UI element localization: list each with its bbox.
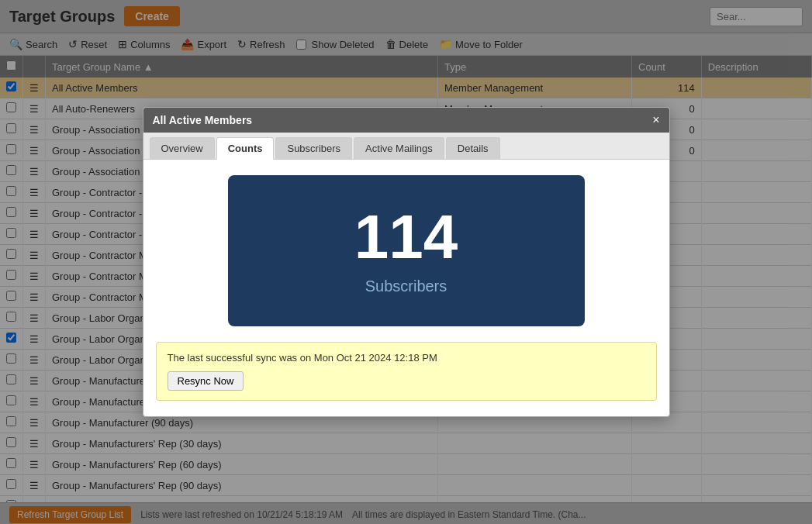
resync-button[interactable]: Resync Now — [168, 371, 244, 391]
sync-box: The last successful sync was on Mon Oct … — [156, 342, 657, 401]
subscribers-label: Subscribers — [365, 278, 447, 295]
modal-header: All Active Members × — [143, 108, 669, 133]
subscribers-card: 114 Subscribers — [228, 175, 585, 326]
sync-text: The last successful sync was on Mon Oct … — [168, 352, 645, 364]
subscribers-count: 114 — [354, 206, 458, 268]
tab-overview[interactable]: Overview — [150, 137, 215, 159]
modal-dialog: All Active Members × Overview Counts Sub… — [143, 107, 670, 417]
modal-overlay: All Active Members × Overview Counts Sub… — [0, 0, 812, 524]
modal-tabs: Overview Counts Subscribers Active Maili… — [143, 133, 669, 160]
tab-counts[interactable]: Counts — [216, 137, 275, 160]
modal-body: 114 Subscribers The last successful sync… — [143, 160, 669, 416]
modal-title: All Active Members — [153, 114, 253, 126]
tab-active-mailings[interactable]: Active Mailings — [354, 137, 444, 159]
tab-subscribers[interactable]: Subscribers — [275, 137, 352, 159]
tab-details[interactable]: Details — [446, 137, 500, 159]
modal-close-button[interactable]: × — [652, 114, 659, 126]
